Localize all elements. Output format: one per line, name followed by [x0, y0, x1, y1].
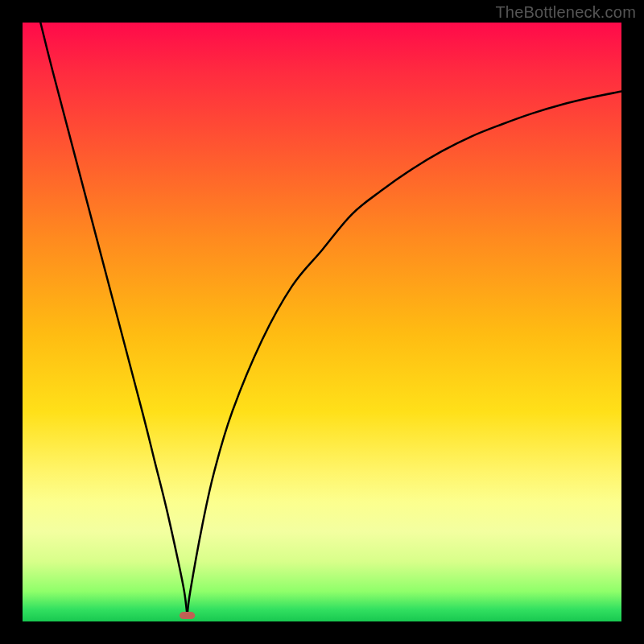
chart-frame: TheBottleneck.com [0, 0, 644, 644]
minimum-marker [180, 612, 195, 619]
right-branch-path [188, 92, 621, 616]
plot-area [23, 23, 621, 621]
series-group [40, 23, 621, 616]
left-branch-path [40, 23, 187, 616]
watermark-text: TheBottleneck.com [495, 3, 636, 22]
chart-svg [23, 23, 621, 621]
